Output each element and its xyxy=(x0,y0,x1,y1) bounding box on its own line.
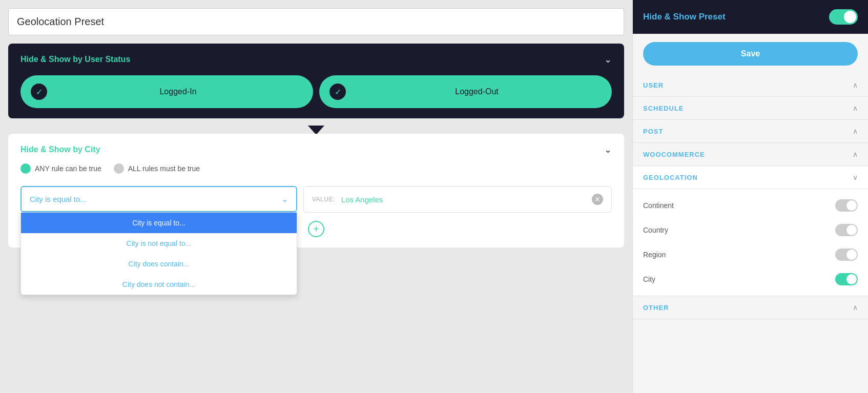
add-icon[interactable]: + xyxy=(308,221,324,237)
logged-in-checkmark: ✓ xyxy=(31,84,47,100)
logged-in-label: Logged-In xyxy=(53,87,303,96)
post-chevron-icon: ∧ xyxy=(853,127,858,135)
city-section-header: Hide & Show by City ⌄ xyxy=(20,144,612,155)
user-status-title-text: Hide & Show xyxy=(20,55,73,64)
sidebar-section-schedule[interactable]: SCHEDULE ∧ xyxy=(633,97,868,120)
city-section-title: Hide & Show by City xyxy=(20,145,100,154)
sidebar-section-other[interactable]: OTHER ∧ xyxy=(633,296,868,319)
sidebar-section-post[interactable]: POST ∧ xyxy=(633,120,868,143)
dropdown-item-1[interactable]: City is not equal to... xyxy=(21,233,297,254)
clear-value-icon[interactable]: ✕ xyxy=(592,194,603,205)
user-status-section: Hide & Show by User Status ⌄ ✓ Logged-In… xyxy=(8,44,624,118)
continent-label: Continent xyxy=(643,201,674,210)
rule-all-radio[interactable] xyxy=(114,163,124,174)
sidebar-section-user[interactable]: USER ∧ xyxy=(633,74,868,97)
condition-dropdown-wrapper: City is equal to... ⌄ City is equal to..… xyxy=(20,186,297,212)
geolocation-section-label: GEOLOCATION xyxy=(643,174,698,181)
sidebar-title-text: Hide & Show xyxy=(643,12,699,22)
continent-toggle[interactable] xyxy=(835,199,858,212)
dropdown-item-3[interactable]: City does not contain... xyxy=(21,274,297,295)
hide-show-preset-toggle[interactable] xyxy=(829,9,858,25)
value-label: VALUE: xyxy=(312,196,335,203)
country-label: Country xyxy=(643,226,668,234)
logged-out-button[interactable]: ✓ Logged-Out xyxy=(319,75,612,108)
save-button[interactable]: Save xyxy=(643,42,858,66)
country-toggle[interactable] xyxy=(835,224,858,236)
rule-all-label: ALL rules must be true xyxy=(128,164,200,173)
main-content: Hide & Show by User Status ⌄ ✓ Logged-In… xyxy=(0,0,632,393)
user-status-chevron[interactable]: ⌄ xyxy=(604,54,612,65)
sidebar-section-woocommerce[interactable]: WOOCOMMERCE ∧ xyxy=(633,143,868,166)
rule-options: ANY rule can be true ALL rules must be t… xyxy=(20,163,612,174)
right-sidebar: Hide & Show Preset Save USER ∧ SCHEDULE … xyxy=(632,0,868,393)
condition-row: City is equal to... ⌄ City is equal to..… xyxy=(20,186,612,213)
user-chevron-icon: ∧ xyxy=(853,81,858,89)
logged-out-checkmark: ✓ xyxy=(329,84,346,100)
logged-in-button[interactable]: ✓ Logged-In xyxy=(20,75,313,108)
dropdown-chevron-icon: ⌄ xyxy=(281,194,288,204)
geolocation-items: Continent Country Region City xyxy=(633,189,868,296)
post-section-label: POST xyxy=(643,128,663,135)
condition-selected-text: City is equal to... xyxy=(30,195,87,203)
geo-item-continent: Continent xyxy=(633,193,868,218)
sidebar-header: Hide & Show Preset xyxy=(633,0,868,34)
user-status-header: Hide & Show by User Status ⌄ xyxy=(20,54,612,65)
sidebar-header-title: Hide & Show Preset xyxy=(643,12,726,22)
other-section-label: OTHER xyxy=(643,304,669,312)
city-label: City xyxy=(643,275,655,283)
value-text: Los Angeles xyxy=(341,195,586,204)
rule-any-label: ANY rule can be true xyxy=(35,164,101,173)
preset-title-input[interactable] xyxy=(8,8,624,35)
geolocation-chevron-icon: ∨ xyxy=(853,173,858,181)
geo-item-country: Country xyxy=(633,218,868,242)
user-status-buttons: ✓ Logged-In ✓ Logged-Out xyxy=(20,75,612,108)
region-label: Region xyxy=(643,251,666,259)
rule-all-option[interactable]: ALL rules must be true xyxy=(114,163,200,174)
geo-item-city: City xyxy=(633,267,868,292)
woocommerce-section-label: WOOCOMMERCE xyxy=(643,151,705,158)
dropdown-item-0[interactable]: City is equal to... xyxy=(21,213,297,233)
city-section-chevron[interactable]: ⌄ xyxy=(604,144,612,155)
other-chevron-icon: ∧ xyxy=(853,303,858,312)
woocommerce-chevron-icon: ∧ xyxy=(853,150,858,158)
rule-any-option[interactable]: ANY rule can be true xyxy=(20,163,101,174)
user-section-label: USER xyxy=(643,81,664,89)
user-status-title: Hide & Show by User Status xyxy=(20,55,130,64)
value-wrapper: VALUE: Los Angeles ✕ xyxy=(303,186,612,213)
sidebar-title-highlight: Preset xyxy=(699,12,726,22)
logged-out-label: Logged-Out xyxy=(352,87,602,96)
sidebar-section-geolocation: GEOLOCATION ∨ Continent Country Region C… xyxy=(633,166,868,296)
city-title-highlight: by City xyxy=(73,145,100,154)
city-toggle[interactable] xyxy=(835,273,858,285)
condition-dropdown[interactable]: City is equal to... ⌄ xyxy=(20,186,297,212)
user-status-title-highlight: by User Status xyxy=(73,55,130,64)
dropdown-menu: City is equal to... City is not equal to… xyxy=(20,212,297,295)
schedule-chevron-icon: ∧ xyxy=(853,104,858,112)
geo-item-region: Region xyxy=(633,242,868,267)
rule-any-radio[interactable] xyxy=(20,163,31,174)
geolocation-header[interactable]: GEOLOCATION ∨ xyxy=(633,166,868,189)
region-toggle[interactable] xyxy=(835,249,858,261)
city-title-text: Hide & Show xyxy=(20,145,73,154)
city-section: Hide & Show by City ⌄ ANY rule can be tr… xyxy=(8,134,624,247)
schedule-section-label: SCHEDULE xyxy=(643,105,684,112)
dropdown-item-2[interactable]: City does contain... xyxy=(21,254,297,274)
